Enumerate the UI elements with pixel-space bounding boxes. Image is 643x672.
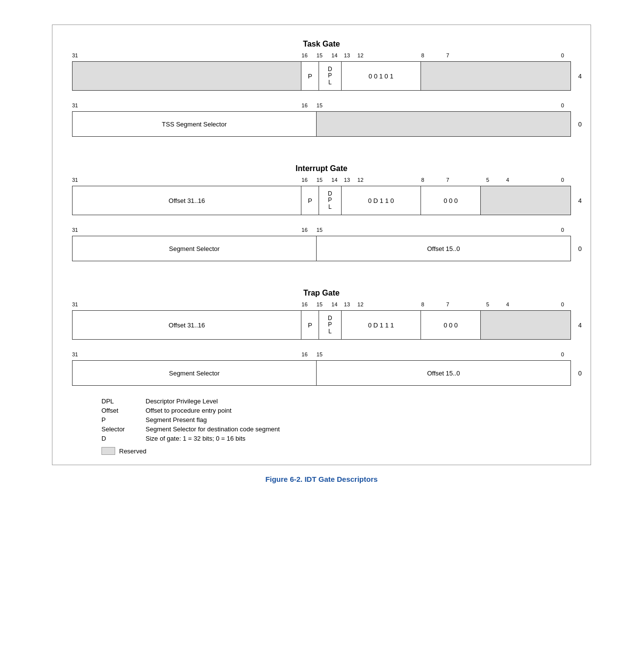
- int-bit-0-b: 0: [561, 227, 564, 233]
- bit-7: 7: [446, 52, 449, 58]
- interrupt-gate-section: Interrupt Gate 31 16 15 14 13 12 8 7 5 4…: [72, 164, 571, 261]
- bit-15-b: 15: [317, 102, 322, 108]
- row-spacer-2: [72, 217, 571, 227]
- section-spacer-2: [72, 273, 571, 289]
- legend-def-d: Size of gate: 1 = 32 bits; 0 = 16 bits: [146, 435, 571, 442]
- bit-0-b: 0: [561, 102, 564, 108]
- legend-def-offset: Offset to procedure entry point: [146, 407, 571, 414]
- trap-bit-13: 13: [344, 301, 350, 307]
- int-bit-0: 0: [561, 177, 564, 183]
- bit-16: 16: [301, 52, 307, 58]
- int-row0-bit-numbers: 31 16 15 0: [72, 227, 571, 235]
- trap-bit-7: 7: [446, 301, 449, 307]
- page-wrapper: Task Gate 31 16 15 14 13 12 8 7 0 P DPL …: [10, 10, 633, 672]
- int-bit-7: 7: [446, 177, 449, 183]
- task-row0: TSS Segment Selector: [72, 111, 571, 137]
- int-bit-5: 5: [486, 177, 489, 183]
- task-row0-wrapper: TSS Segment Selector 0: [72, 111, 571, 137]
- int-bit-15-b: 15: [317, 227, 322, 233]
- int-r0-seg-selector: Segment Selector: [73, 236, 317, 261]
- int-bit-16: 16: [301, 177, 307, 183]
- trap-row4-bit-numbers: 31 16 15 14 13 12 8 7 5 4 0: [72, 301, 571, 309]
- int-bit-8: 8: [421, 177, 424, 183]
- trap-r0-offset: Offset 15..0: [317, 361, 570, 385]
- task-gate-title: Task Gate: [72, 40, 571, 49]
- trap-bit-31-b: 31: [72, 351, 78, 357]
- trap-bit-16-b: 16: [301, 351, 307, 357]
- task-row4: P DPL 0 0 1 0 1: [72, 61, 571, 91]
- int-bit-16-b: 16: [301, 227, 307, 233]
- trap-row0-bit-numbers: 31 16 15 0: [72, 351, 571, 359]
- int-bit-15: 15: [317, 177, 322, 183]
- trap-gate-title: Trap Gate: [72, 289, 571, 298]
- int-r4-p: P: [301, 186, 319, 215]
- trap-bit-15: 15: [317, 301, 322, 307]
- task-r4-dpl: DPL: [319, 62, 342, 90]
- trap-bit-12: 12: [357, 301, 363, 307]
- task-row4-label: 4: [578, 73, 582, 80]
- trap-row4: Offset 31..16 P DPL 0 D 1 1 1 0 0 0: [72, 310, 571, 340]
- trap-bit-0-b: 0: [561, 351, 564, 357]
- legend-def-p: Segment Present flag: [146, 416, 571, 423]
- int-r4-dpl: DPL: [319, 186, 342, 215]
- trap-r4-offset: Offset 31..16: [73, 311, 301, 339]
- legend-term-dpl: DPL: [101, 398, 146, 405]
- task-row0-label: 0: [578, 121, 582, 128]
- interrupt-gate-title: Interrupt Gate: [72, 164, 571, 173]
- trap-bit-4: 4: [506, 301, 509, 307]
- trap-row0: Segment Selector Offset 15..0: [72, 360, 571, 386]
- legend-term-offset: Offset: [101, 407, 146, 414]
- int-row0-wrapper: Segment Selector Offset 15..0 0: [72, 236, 571, 261]
- reserved-label: Reserved: [119, 448, 147, 455]
- row-spacer-3: [72, 342, 571, 351]
- trap-bit-15-b: 15: [317, 351, 322, 357]
- task-r4-p: P: [301, 62, 319, 90]
- trap-row4-label: 4: [578, 322, 582, 329]
- bit-31: 31: [72, 52, 78, 58]
- task-row4-wrapper: P DPL 0 0 1 0 1 4: [72, 61, 571, 91]
- trap-gate-section: Trap Gate 31 16 15 14 13 12 8 7 5 4 0 Of…: [72, 289, 571, 386]
- legend-def-selector: Segment Selector for destination code se…: [146, 425, 571, 433]
- trap-r4-dpl: DPL: [319, 311, 342, 339]
- bit-16-b: 16: [301, 102, 307, 108]
- trap-bit-16: 16: [301, 301, 307, 307]
- bit-15: 15: [317, 52, 322, 58]
- reserved-box: [101, 447, 115, 455]
- reserved-row: Reserved: [101, 447, 571, 455]
- int-bit-31-b: 31: [72, 227, 78, 233]
- task-r4-reserved-right: [421, 62, 570, 90]
- figure-caption: Figure 6-2. IDT Gate Descriptors: [265, 475, 377, 483]
- section-spacer-1: [72, 149, 571, 164]
- int-r4-offset: Offset 31..16: [73, 186, 301, 215]
- bit-31-b: 31: [72, 102, 78, 108]
- int-bit-4: 4: [506, 177, 509, 183]
- int-r4-type: 0 D 1 1 0: [342, 186, 421, 215]
- int-row0: Segment Selector Offset 15..0: [72, 236, 571, 261]
- trap-r4-zeros: 0 0 0: [421, 311, 481, 339]
- row-spacer-1: [72, 93, 571, 102]
- trap-r4-p: P: [301, 311, 319, 339]
- trap-bit-14: 14: [331, 301, 337, 307]
- int-row4-bit-numbers: 31 16 15 14 13 12 8 7 5 4 0: [72, 177, 571, 185]
- int-bit-14: 14: [331, 177, 337, 183]
- int-r4-reserved: [481, 186, 570, 215]
- legend: DPL Descriptor Privilege Level Offset Of…: [101, 398, 571, 442]
- task-r0-reserved: [317, 112, 570, 136]
- int-bit-31: 31: [72, 177, 78, 183]
- task-r4-reserved-left: [73, 62, 301, 90]
- int-row4-wrapper: Offset 31..16 P DPL 0 D 1 1 0 0 0 0 4: [72, 186, 571, 215]
- bit-13: 13: [344, 52, 350, 58]
- bit-0: 0: [561, 52, 564, 58]
- trap-r0-seg-selector: Segment Selector: [73, 361, 317, 385]
- legend-term-p: P: [101, 416, 146, 423]
- bit-14: 14: [331, 52, 337, 58]
- bit-8: 8: [421, 52, 424, 58]
- int-r0-offset: Offset 15..0: [317, 236, 570, 261]
- task-r4-type: 0 0 1 0 1: [342, 62, 421, 90]
- int-bit-12: 12: [357, 177, 363, 183]
- trap-bit-5: 5: [486, 301, 489, 307]
- int-row4: Offset 31..16 P DPL 0 D 1 1 0 0 0 0: [72, 186, 571, 215]
- trap-r4-reserved: [481, 311, 570, 339]
- task-row0-bit-numbers: 31 16 15 0: [72, 102, 571, 110]
- int-row0-label: 0: [578, 245, 582, 252]
